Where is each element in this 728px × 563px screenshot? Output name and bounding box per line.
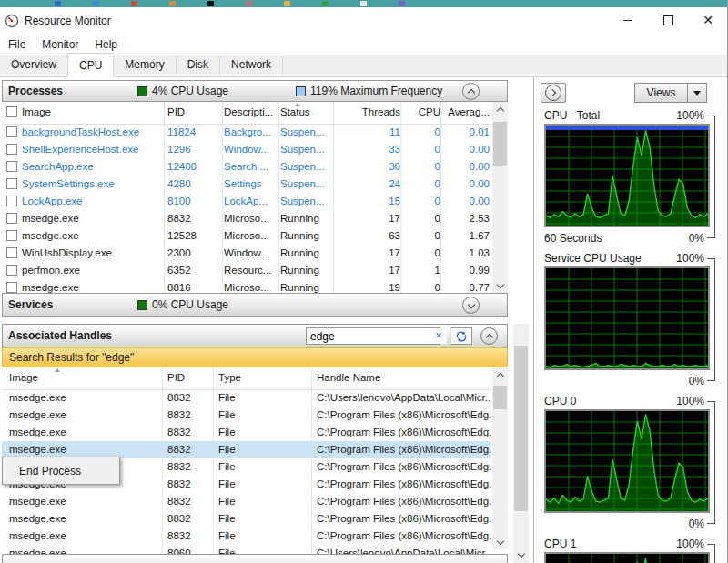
handle-row[interactable]: msedge.exe 8832 File C:\Program Files (x… [2,510,491,528]
row-checkbox[interactable] [6,178,17,189]
process-row[interactable]: SystemSettings.exe 4280 Settings Suspen.… [2,176,491,193]
clear-search-icon[interactable]: × [430,328,447,344]
process-status: Suspen... [280,141,333,158]
handles-scrollbar[interactable] [492,367,508,549]
refresh-search-button[interactable] [450,327,472,345]
process-threads: 30 [335,158,400,176]
col-handle-name[interactable]: Handle Name [317,372,380,383]
handles-section-header[interactable]: Associated Handles × [2,324,508,347]
col-pid[interactable]: PID [167,106,185,117]
taskbar-icon [246,1,252,6]
handle-row[interactable]: msedge.exe 8832 File C:\Program Files (x… [2,493,491,510]
row-checkbox[interactable] [6,213,17,224]
process-threads: 33 [335,141,400,158]
col-average[interactable]: Averag... [442,106,490,117]
process-pid: 1296 [167,141,218,158]
row-checkbox[interactable] [6,230,17,241]
handle-row[interactable]: msedge.exe 8832 File C:\Program Files (x… [2,407,491,424]
scrollbar-thumb[interactable] [493,386,507,409]
processes-section-header[interactable]: Processes 4% CPU Usage 119% Maximum Freq… [2,80,508,102]
close-button[interactable]: ✕ [688,7,728,33]
tab[interactable]: Memory [113,55,176,76]
handles-table-header[interactable]: Image PID Type Handle Name [2,367,492,390]
row-checkbox[interactable] [6,196,17,206]
process-row[interactable]: LockApp.exe 8100 LockAp... Suspen... 15 … [2,193,491,210]
menu-item[interactable]: Monitor [34,35,86,54]
process-row[interactable]: backgroundTaskHost.exe 11824 Backgro... … [2,124,491,141]
minimize-button[interactable] [608,7,648,33]
menu-item[interactable]: Help [86,35,126,54]
chevron-down-icon [496,281,503,288]
scroll-up-button[interactable] [492,102,508,116]
scroll-down-button[interactable] [492,278,508,293]
process-row[interactable]: ShellExperienceHost.exe 1296 Window... S… [2,141,491,158]
collapse-processes-button[interactable] [462,83,480,100]
col-image[interactable]: Image [22,106,51,117]
processes-title: Processes [8,85,63,97]
scroll-up-button[interactable] [492,367,508,382]
handles-title: Associated Handles [8,329,112,342]
col-pid[interactable]: PID [167,372,185,383]
expand-services-button[interactable] [462,297,480,314]
handle-row[interactable]: msedge.exe 8832 File C:\Program Files (x… [2,528,491,545]
processes-table-header[interactable]: Image PID Descripti... Status Threads CP… [2,102,492,125]
handles-search-input[interactable] [306,327,440,345]
handle-row[interactable]: msedge.exe 8832 File C:\Users\lenovo\App… [2,389,491,407]
col-description[interactable]: Descripti... [224,106,273,117]
tab[interactable]: Network [219,55,283,76]
row-checkbox[interactable] [6,126,17,137]
process-image: msedge.exe [22,210,158,227]
taskbar-icon [360,1,367,6]
col-image[interactable]: Image [9,372,38,383]
row-checkbox[interactable] [6,247,17,258]
col-type[interactable]: Type [218,372,241,383]
processes-scrollbar[interactable] [492,102,508,293]
row-checkbox[interactable] [6,161,17,172]
tab[interactable]: Overview [0,55,68,76]
row-checkbox[interactable] [6,282,17,293]
tab[interactable]: CPU [67,53,114,77]
process-pid: 2300 [167,245,218,262]
graph-min-label: 0% [689,516,704,532]
row-checkbox[interactable] [6,265,17,276]
tab[interactable]: Disk [176,55,220,76]
process-pid: 11824 [167,124,218,141]
scroll-down-button[interactable] [492,535,508,549]
process-row[interactable]: perfmon.exe 6352 Resourc... Running 17 1… [2,262,491,279]
process-row[interactable]: WinUsbDisplay.exe 2300 Window... Running… [2,245,491,262]
graph-cpu-total: CPU - Total100%60 Seconds0% [537,107,728,246]
expand-panel-button[interactable] [541,83,566,103]
col-status[interactable]: Status [280,106,310,117]
process-threads: 63 [335,227,400,245]
refresh-icon [455,330,468,343]
handle-pid: 8832 [167,510,211,528]
row-checkbox[interactable] [6,144,17,155]
process-description: Microso... [224,210,277,227]
select-all-checkbox[interactable] [6,106,17,117]
handle-row[interactable]: msedge.exe 8832 File C:\Program Files (x… [2,424,491,441]
panel-scrollbar[interactable] [513,324,529,563]
maximize-button[interactable] [648,7,688,33]
services-section-header[interactable]: Services 0% CPU Usage [2,293,508,317]
process-average: 0.00 [442,141,490,158]
process-status: Running [280,245,333,262]
handle-type: File [218,441,306,458]
process-row[interactable]: msedge.exe 12528 Microso... Running 63 0… [2,227,491,245]
views-dropdown-button[interactable]: Views [634,83,707,103]
services-cpu-swatch [137,300,147,310]
collapse-handles-button[interactable] [480,327,498,345]
graph-plot [544,124,710,227]
process-row[interactable]: msedge.exe 8832 Microso... Running 17 0 … [2,210,491,227]
col-cpu[interactable]: CPU [402,106,440,117]
end-process-menu-item[interactable]: End Process [19,465,81,478]
process-status: Suspen... [280,158,333,176]
scrollbar-thumb[interactable] [514,346,528,511]
menu-item[interactable]: File [0,35,34,54]
handle-image: msedge.exe [9,510,155,528]
process-row[interactable]: SearchApp.exe 12408 Search ... Suspen...… [2,158,491,176]
views-arrow[interactable] [687,84,706,102]
panel-divider[interactable] [533,76,534,563]
col-threads[interactable]: Threads [335,106,400,117]
scrollbar-thumb[interactable] [493,122,507,166]
scroll-down-button[interactable] [513,548,529,562]
